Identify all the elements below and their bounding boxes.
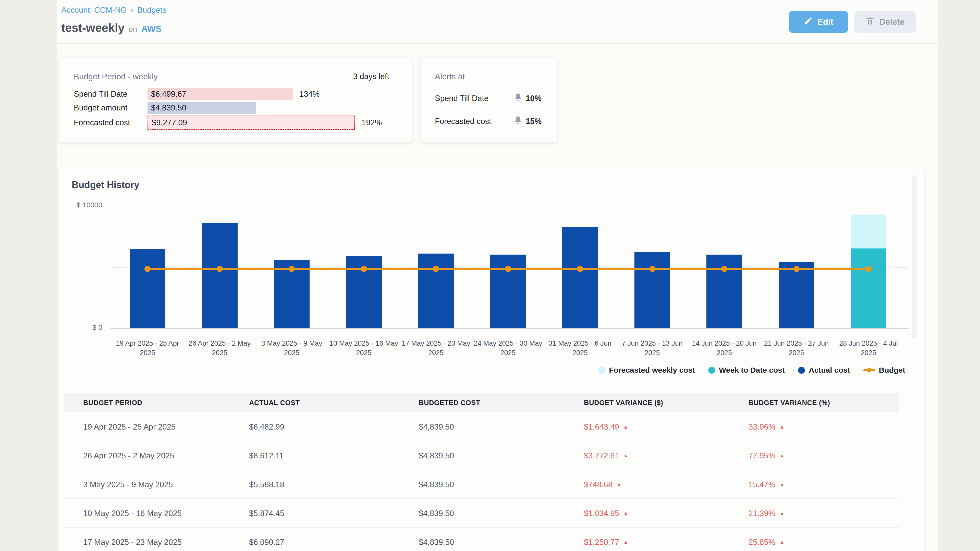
budget-period-percent: 192% xyxy=(362,116,382,130)
up-triangle-icon: ▲ xyxy=(780,510,784,516)
table-row: 26 Apr 2025 - 2 May 2025$8,612.11$4,839.… xyxy=(64,441,899,470)
legend-label: Week to Date cost xyxy=(719,366,785,375)
budget-line-point[interactable] xyxy=(217,266,223,272)
bar-actual-cost[interactable] xyxy=(202,223,238,328)
table-row: 17 May 2025 - 23 May 2025$6,090.27$4,839… xyxy=(64,528,899,551)
budget-period-card: Budget Period - weekly 3 days left Spend… xyxy=(59,57,412,143)
alerts-card: Alerts at Spend Till Date10%Forecasted c… xyxy=(420,57,557,143)
days-left-label: 3 days left xyxy=(353,72,389,81)
legend-item-budget[interactable]: Budget xyxy=(863,366,905,375)
alerts-card-head: Alerts at xyxy=(435,72,535,81)
cell-budget-period: 10 May 2025 - 16 May 2025 xyxy=(83,499,182,528)
cell-actual-cost: $5,588.18 xyxy=(249,470,284,499)
cell-budgeted-cost: $4,839.50 xyxy=(419,413,454,441)
budget-history-chart: $ 10000$ 019 Apr 2025 - 25 Apr 202526 Ap… xyxy=(59,167,924,361)
alert-row: Forecasted cost15% xyxy=(435,116,542,127)
legend-label: Forecasted weekly cost xyxy=(609,366,695,375)
legend-label: Budget xyxy=(879,366,905,375)
legend-item-week-to-date-cost[interactable]: Week to Date cost xyxy=(708,366,785,375)
delete-button-label: Delete xyxy=(879,17,904,27)
y-axis-label: $ 10000 xyxy=(59,201,102,209)
x-axis-label: 14 Jun 2025 - 20 Jun 2025 xyxy=(687,339,761,358)
table-row: 10 May 2025 - 16 May 2025$5,874.45$4,839… xyxy=(64,499,899,528)
bar-actual-cost[interactable] xyxy=(130,249,165,328)
up-triangle-icon: ▲ xyxy=(780,482,784,487)
breadcrumb-account-link[interactable]: Account: CCM-NG xyxy=(61,6,127,15)
cell-budget-variance-usd: $748.68▲ xyxy=(584,470,622,499)
cell-budget-period: 26 Apr 2025 - 2 May 2025 xyxy=(83,441,174,470)
x-axis-label: 24 May 2025 - 30 May 2025 xyxy=(471,339,545,358)
edit-button[interactable]: Edit xyxy=(789,11,848,33)
cell-actual-cost: $5,874.45 xyxy=(249,499,284,528)
table-row: 19 Apr 2025 - 25 Apr 2025$6,482.99$4,839… xyxy=(64,413,899,441)
trash-icon xyxy=(865,16,875,27)
budget-line-point[interactable] xyxy=(794,266,800,272)
budget-period-percent: 134% xyxy=(299,88,320,100)
budget-period-row-budget: Budget amount$4,839.50 xyxy=(59,102,412,114)
cell-budgeted-cost: $4,839.50 xyxy=(419,499,454,528)
breadcrumb-chevron-icon: › xyxy=(131,6,133,14)
cell-budgeted-cost: $4,839.50 xyxy=(419,470,454,499)
x-axis-label: 26 Apr 2025 - 2 May 2025 xyxy=(183,339,257,358)
budget-line-point[interactable] xyxy=(505,266,511,272)
delete-button[interactable]: Delete xyxy=(854,11,916,33)
budget-period-bar-value: $6,499.67 xyxy=(151,89,186,99)
legend-marker-circle xyxy=(598,367,605,374)
budget-line-point[interactable] xyxy=(145,266,151,272)
budget-period-bar-value: $4,839.50 xyxy=(151,103,186,113)
bar-week-to-date-cost[interactable] xyxy=(851,248,886,328)
alert-threshold: 15% xyxy=(526,117,542,126)
page-title: test-weekly xyxy=(61,21,124,35)
cell-budget-variance-usd: $1,250.77▲ xyxy=(584,528,628,551)
bar-actual-cost[interactable] xyxy=(562,227,598,328)
alert-row-label: Forecasted cost xyxy=(435,117,491,126)
on-word: on xyxy=(129,25,137,34)
up-triangle-icon: ▲ xyxy=(617,482,622,487)
legend-item-forecasted-weekly-cost[interactable]: Forecasted weekly cost xyxy=(598,366,695,375)
alert-threshold: 10% xyxy=(526,94,542,103)
table-header-cell: BUDGET VARIANCE ($) xyxy=(584,393,663,413)
table-header-cell: BUDGET PERIOD xyxy=(83,393,142,413)
cell-budget-variance-usd: $1,643.49▲ xyxy=(584,413,628,441)
legend-marker-line-dot xyxy=(863,369,875,371)
x-axis-label: 17 May 2025 - 23 May 2025 xyxy=(399,339,473,358)
x-axis-label: 19 Apr 2025 - 25 Apr 2025 xyxy=(110,339,185,358)
up-triangle-icon: ▲ xyxy=(780,424,784,430)
y-gridline xyxy=(110,206,909,206)
cell-budgeted-cost: $4,839.50 xyxy=(419,528,454,551)
legend-item-actual-cost[interactable]: Actual cost xyxy=(798,366,850,375)
budget-line-point[interactable] xyxy=(577,266,583,272)
table-header-row: BUDGET PERIODACTUAL COSTBUDGETED COSTBUD… xyxy=(64,393,899,413)
cell-budgeted-cost: $4,839.50 xyxy=(419,441,454,470)
chart-legend: Forecasted weekly costWeek to Date costA… xyxy=(598,366,905,375)
table-header-cell: ACTUAL COST xyxy=(249,393,300,413)
budget-line-point[interactable] xyxy=(721,266,727,272)
breadcrumb-budgets-link[interactable]: Budgets xyxy=(137,6,166,15)
budget-period-bar-budget: $4,839.50 xyxy=(148,102,256,114)
budget-history-table: BUDGET PERIODACTUAL COSTBUDGETED COSTBUD… xyxy=(64,393,899,551)
budget-period-bar-spend: $6,499.67 xyxy=(148,88,293,100)
y-axis-label: $ 0 xyxy=(59,324,102,332)
up-triangle-icon: ▲ xyxy=(623,539,628,545)
budget-period-row-spend: Spend Till Date$6,499.67134% xyxy=(59,88,412,100)
budget-period-bar-value: $9,277.09 xyxy=(152,118,187,127)
vertical-scrollbar[interactable] xyxy=(912,175,917,338)
budget-line-point[interactable] xyxy=(361,266,367,272)
bar-actual-cost[interactable] xyxy=(418,254,454,328)
title-row: test-weekly on AWS xyxy=(61,21,162,35)
budget-line-point[interactable] xyxy=(433,266,439,272)
x-axis-label: 28 Jun 2025 - 4 Jul 2025 xyxy=(832,339,905,358)
budget-line-point[interactable] xyxy=(865,266,872,272)
budget-period-row-label: Spend Till Date xyxy=(74,88,127,100)
cell-budget-variance-usd: $1,034.95▲ xyxy=(584,499,628,528)
budget-line-point[interactable] xyxy=(289,266,295,272)
bar-actual-cost[interactable] xyxy=(635,252,670,328)
legend-marker-circle xyxy=(708,367,715,374)
up-triangle-icon: ▲ xyxy=(623,510,628,516)
cell-actual-cost: $6,482.99 xyxy=(249,413,284,441)
cell-budget-period: 19 Apr 2025 - 25 Apr 2025 xyxy=(83,413,176,441)
budget-line-point[interactable] xyxy=(649,266,655,272)
legend-marker-circle xyxy=(798,367,805,374)
legend-label: Actual cost xyxy=(809,366,850,375)
cell-budget-period: 17 May 2025 - 23 May 2025 xyxy=(83,528,182,551)
